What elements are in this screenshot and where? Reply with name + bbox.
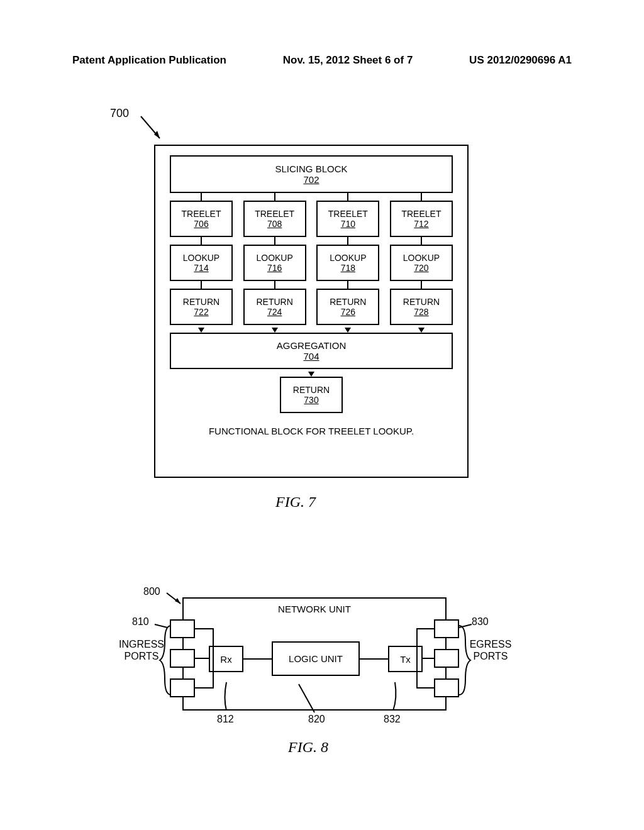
fig8-label: FIG. 8 — [113, 739, 503, 756]
leader-arrow-icon — [456, 621, 475, 631]
lookup-row: LOOKUP 714 LOOKUP 716 LOOKUP 718 LOOKUP … — [170, 245, 453, 281]
connector-line — [213, 628, 214, 689]
lookup-box: LOOKUP 718 — [316, 245, 379, 281]
connector-line — [416, 628, 435, 629]
return-box: RETURN 726 — [316, 289, 379, 325]
connector-line — [416, 628, 418, 689]
treelet-row: TREELET 706 TREELET 708 TREELET 710 TREE… — [170, 201, 453, 237]
functional-block-container: SLICING BLOCK 702 TREELET 706 TREELET 70… — [154, 145, 469, 478]
return-box: RETURN 728 — [390, 289, 453, 325]
return-box: RETURN 722 — [170, 289, 233, 325]
ref-800: 800 — [143, 586, 160, 597]
treelet-box: TREELET 710 — [316, 201, 379, 237]
header-right: US 2012/0290696 A1 — [469, 54, 572, 67]
connector-row — [170, 281, 453, 289]
egress-port — [434, 619, 459, 638]
egress-port — [434, 649, 459, 668]
brace-left-icon — [158, 622, 174, 698]
slicing-block: SLICING BLOCK 702 — [170, 155, 453, 193]
slicing-label: SLICING BLOCK — [275, 163, 347, 174]
return-box: RETURN 724 — [243, 289, 306, 325]
connector-line — [195, 687, 214, 689]
svg-line-5 — [459, 624, 472, 628]
connector-line — [243, 658, 272, 660]
logic-unit-box: LOGIC UNIT — [272, 641, 360, 676]
treelet-box: TREELET 708 — [243, 201, 306, 237]
rx-box: Rx — [209, 646, 243, 672]
leader-line-icon — [296, 682, 321, 717]
egress-port — [434, 678, 459, 697]
page-header: Patent Application Publication Nov. 15, … — [0, 54, 644, 67]
slicing-num: 702 — [303, 174, 319, 185]
ref-810: 810 — [132, 616, 149, 628]
ref-812: 812 — [217, 714, 234, 725]
connector — [165, 369, 458, 377]
connector-line — [416, 687, 435, 689]
svg-marker-3 — [175, 598, 180, 604]
connector-arrow-row — [170, 325, 453, 333]
egress-ports-label: EGRESS PORTS — [465, 638, 516, 662]
fig7-caption: FUNCTIONAL BLOCK FOR TREELET LOOKUP. — [165, 426, 458, 436]
lookup-box: LOOKUP 714 — [170, 245, 233, 281]
header-center: Nov. 15, 2012 Sheet 6 of 7 — [283, 54, 413, 67]
brace-right-icon — [456, 622, 472, 698]
connector-line — [195, 628, 214, 629]
connector-line — [195, 658, 209, 659]
lookup-box: LOOKUP 720 — [390, 245, 453, 281]
return-row: RETURN 722 RETURN 724 RETURN 726 RETURN … — [170, 289, 453, 325]
connector-line — [360, 658, 388, 660]
svg-line-6 — [299, 684, 314, 712]
leader-line-icon — [390, 679, 402, 714]
connector-row — [170, 193, 453, 201]
leader-arrow-icon — [138, 113, 169, 145]
lookup-box: LOOKUP 716 — [243, 245, 306, 281]
fig7-label: FIG. 7 — [110, 494, 481, 511]
aggregation-block: AGGREGATION 704 — [170, 333, 453, 369]
treelet-box: TREELET 706 — [170, 201, 233, 237]
connector-row — [170, 237, 453, 245]
ref-700: 700 — [110, 107, 129, 120]
header-left: Patent Application Publication — [72, 54, 226, 67]
leader-line-icon — [220, 679, 233, 714]
ref-832: 832 — [384, 714, 401, 725]
final-return-box: RETURN 730 — [280, 377, 343, 413]
treelet-box: TREELET 712 — [390, 201, 453, 237]
connector-line — [423, 658, 435, 659]
network-unit-title: NETWORK UNIT — [184, 604, 445, 614]
